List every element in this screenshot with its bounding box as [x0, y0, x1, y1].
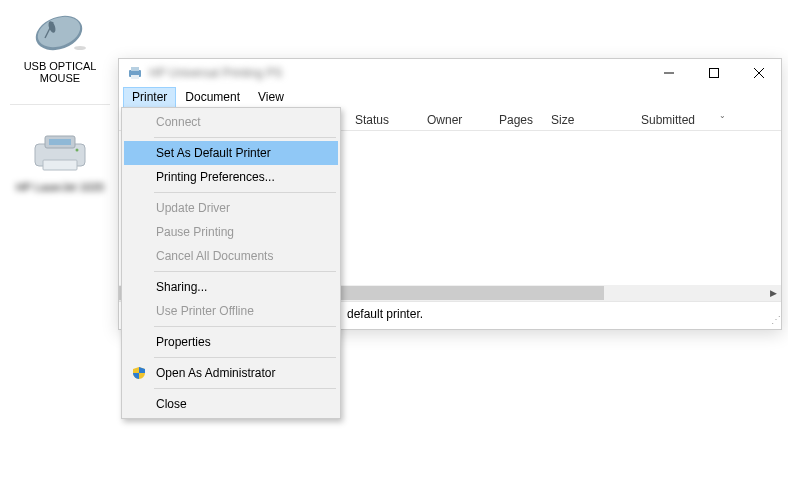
window-title: HP Universal Printing PS: [149, 66, 282, 80]
svg-rect-8: [43, 160, 77, 170]
menubar: Printer Document View: [119, 87, 781, 109]
menu-update-driver: Update Driver: [124, 196, 338, 220]
mouse-label: USB OPTICAL MOUSE: [24, 60, 97, 84]
menu-separator: [154, 192, 336, 193]
svg-point-9: [76, 149, 79, 152]
menu-cancel-all: Cancel All Documents: [124, 244, 338, 268]
menu-properties[interactable]: Properties: [124, 330, 338, 354]
menu-document[interactable]: Document: [176, 87, 249, 109]
menu-pause-printing: Pause Printing: [124, 220, 338, 244]
status-text: default printer.: [347, 307, 423, 321]
menu-close[interactable]: Close: [124, 392, 338, 416]
desktop-icon-printer[interactable]: HP LaserJet 1020: [0, 121, 120, 213]
menu-set-as-default[interactable]: Set As Default Printer: [124, 141, 338, 165]
menu-printing-preferences[interactable]: Printing Preferences...: [124, 165, 338, 189]
menu-view[interactable]: View: [249, 87, 293, 109]
printer-icon: [28, 129, 92, 177]
svg-rect-11: [131, 67, 139, 71]
printer-label: HP LaserJet 1020: [16, 181, 104, 193]
menu-connect: Connect: [124, 110, 338, 134]
window-controls: [646, 59, 781, 87]
desktop-icons-panel: USB OPTICAL MOUSE HP LaserJet 1020: [0, 0, 120, 213]
col-submitted[interactable]: Submitted: [633, 110, 743, 130]
col-status[interactable]: Status: [347, 110, 419, 130]
scroll-right-icon[interactable]: ▶: [765, 285, 781, 301]
svg-rect-14: [709, 69, 718, 78]
desktop-separator: [10, 104, 110, 105]
menu-printer[interactable]: Printer: [123, 87, 176, 109]
menu-separator: [154, 388, 336, 389]
menu-use-offline: Use Printer Offline: [124, 299, 338, 323]
col-pages[interactable]: Pages: [491, 110, 543, 130]
desktop-icon-mouse[interactable]: USB OPTICAL MOUSE: [0, 0, 120, 104]
col-size[interactable]: Size: [543, 110, 633, 130]
mouse-icon: [28, 8, 92, 56]
svg-rect-7: [49, 139, 71, 145]
svg-point-3: [74, 46, 86, 50]
maximize-button[interactable]: [691, 59, 736, 87]
svg-rect-12: [131, 75, 139, 79]
menu-separator: [154, 326, 336, 327]
minimize-button[interactable]: [646, 59, 691, 87]
uac-shield-icon: [132, 366, 146, 380]
app-icon: [127, 65, 143, 81]
menu-open-as-admin[interactable]: Open As Administrator: [124, 361, 338, 385]
sort-indicator-icon: ⌄: [719, 111, 726, 120]
printer-menu-dropdown: Connect Set As Default Printer Printing …: [121, 107, 341, 419]
menu-separator: [154, 357, 336, 358]
menu-sharing[interactable]: Sharing...: [124, 275, 338, 299]
menu-separator: [154, 271, 336, 272]
menu-separator: [154, 137, 336, 138]
close-button[interactable]: [736, 59, 781, 87]
resize-grip-icon[interactable]: ⋰: [771, 317, 779, 323]
titlebar[interactable]: HP Universal Printing PS: [119, 59, 781, 87]
col-owner[interactable]: Owner: [419, 110, 491, 130]
